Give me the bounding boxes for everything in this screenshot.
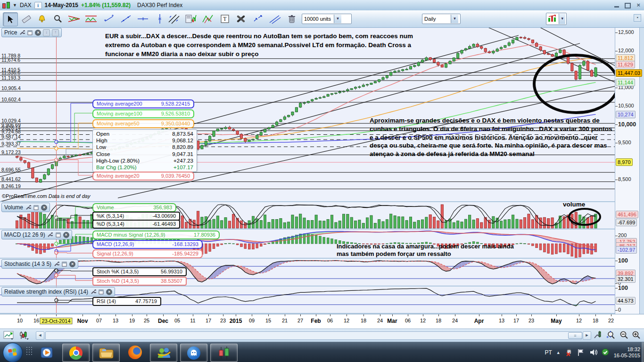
close-button[interactable]: × [636,2,640,8]
show-desktop-button[interactable] [642,342,644,362]
window-icon[interactable] [27,30,33,36]
date-label[interactable]: 23 [528,318,534,323]
date-label[interactable]: 25 [144,318,149,323]
trash-can-icon[interactable] [285,12,299,25]
close-panel-icon[interactable]: × [106,289,112,295]
date-label[interactable]: 27 [297,318,303,323]
volume-speaker-icon[interactable] [589,348,597,356]
panel-collapse-icon[interactable]: ▪ [634,14,641,22]
taskbar-firefox-icon[interactable] [124,344,146,361]
wrench-icon[interactable] [53,261,59,267]
date-label[interactable]: 13 [499,318,504,323]
info-icon[interactable]: i [34,2,42,9]
date-label[interactable]: 17 [206,318,211,323]
scrollbar-thumb[interactable]: ≡ [568,332,582,339]
taskbar-explorer-icon[interactable] [92,344,120,362]
stochastic-panel-tab[interactable]: Stochastic (14 3 5) × [1,259,78,269]
rsi-panel-tab[interactable]: Relative strength index (RSI) (14) × [1,287,115,296]
minimize-button[interactable] [614,6,619,8]
date-label[interactable]: 15 [265,318,271,323]
date-label[interactable]: Nov [77,318,88,324]
parallel-lines-tool-icon[interactable] [167,12,181,25]
close-panel-icon[interactable]: × [35,30,41,36]
date-label[interactable]: 18 [436,318,441,323]
selected-date-label[interactable]: 23-Oct-2014 [40,318,72,324]
panel-separator[interactable] [0,229,615,230]
chart-notes-tool-icon[interactable] [184,12,198,25]
date-label[interactable]: 24 [377,318,383,323]
restore-button[interactable] [625,3,631,8]
date-label[interactable]: Apr [474,318,484,324]
date-label[interactable]: 05 [174,318,180,323]
scroll-left-arrow[interactable]: ◄ [36,331,44,340]
chart-settings-button[interactable] [593,330,603,340]
taskbar-ghost-app-icon[interactable] [180,344,207,362]
symbol-dropdown-caret-icon[interactable]: ▼ [13,3,17,8]
date-label[interactable]: Mar [387,318,397,324]
panel-separator[interactable] [0,286,615,287]
taskbar-clock[interactable]: 18:32 16-05-2015 [614,346,640,359]
close-panel-icon[interactable]: × [41,205,47,211]
window-icon[interactable] [33,205,39,211]
window-icon[interactable] [55,232,61,238]
date-label[interactable]: May [551,318,561,324]
date-label[interactable]: 12 [420,318,426,323]
date-label[interactable]: 2015 [230,318,242,324]
pointer-tool-icon[interactable] [3,12,18,26]
wrench-icon[interactable] [90,289,96,295]
units-dropdown[interactable]: 10000 units ▼ [302,14,352,24]
settings-tools-icon[interactable] [234,12,248,25]
zoom-range-button[interactable] [605,330,617,340]
date-label[interactable]: 06 [405,318,411,323]
date-label[interactable]: 13 [113,318,118,323]
chart-style-arrow-icon[interactable]: ▼ [559,14,565,24]
chart-style-button[interactable]: ▼ [546,13,567,25]
date-label[interactable]: 12 [344,318,349,323]
language-indicator[interactable]: PT [545,349,552,356]
power-plug-icon[interactable] [565,348,573,356]
ruler-tool-icon[interactable] [19,12,33,25]
units-dropdown-arrow-icon[interactable]: ▼ [334,15,341,23]
chart-mode-button[interactable] [3,330,15,340]
date-label[interactable]: Dec [158,318,168,324]
date-label[interactable]: Feb [311,318,321,324]
panel-separator[interactable] [0,258,615,259]
zoom-tool-icon[interactable] [51,12,65,25]
taskbar-messenger-icon[interactable] [150,344,177,362]
date-label[interactable]: 17 [513,318,519,323]
double-top-pattern-icon[interactable] [84,12,98,25]
date-label[interactable]: 21 [282,318,288,323]
taskbar-media-player-icon[interactable] [36,344,58,361]
horizontal-line-tool-icon[interactable] [136,12,150,25]
vertical-line-tool-icon[interactable] [153,12,167,25]
price-panel-tab[interactable]: Price × ↓ ↑ [1,28,62,37]
wrench-icon[interactable] [19,30,25,36]
zoom-out-button[interactable] [619,330,629,340]
date-label[interactable]: 24 [452,318,458,323]
volume-panel-tab[interactable]: Volume × [1,203,50,212]
action-center-flag-icon[interactable] [577,348,585,356]
date-label[interactable]: 19 [129,318,135,323]
security-check-icon[interactable] [602,348,610,356]
date-label[interactable]: 09 [249,318,255,323]
scatter-arrows-tool-icon[interactable] [251,12,265,25]
date-label[interactable]: 23 [220,318,226,323]
wrench-icon[interactable] [47,232,53,238]
zoom-in-button[interactable] [631,330,641,340]
wedge-pattern-icon[interactable] [67,12,81,25]
trash-tool-icon[interactable] [209,12,223,25]
date-label[interactable]: 06 [327,318,333,323]
date-label[interactable]: 16 [33,318,39,323]
symbol-label[interactable]: DAX [20,2,32,8]
date-label[interactable]: 07 [96,318,102,323]
window-icon[interactable] [61,261,67,267]
period-dropdown-arrow-icon[interactable]: ▼ [451,15,458,23]
date-label[interactable]: 12 [576,318,582,323]
date-label[interactable]: 10 [17,318,23,323]
move-panel-up-icon[interactable]: ↑ [52,29,59,36]
panel-separator[interactable] [0,201,615,202]
close-panel-icon[interactable]: × [69,261,75,267]
start-button[interactable] [3,343,23,362]
wrench-icon[interactable] [25,205,31,211]
alert-bell-icon[interactable] [35,12,49,25]
